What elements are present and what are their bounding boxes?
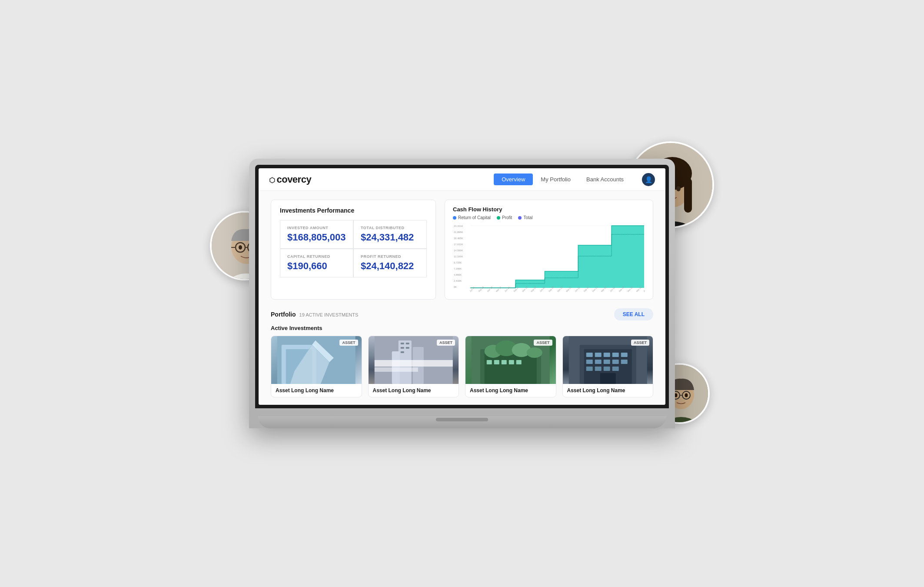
svg-rect-100	[595, 360, 601, 364]
legend-dot-roc	[453, 216, 456, 220]
chart-legend: Return of Capital Profit Total	[453, 215, 645, 220]
portfolio-subtitle: 19 ACTIVE INVESTMENTS	[299, 312, 359, 317]
svg-text:0K: 0K	[454, 286, 457, 288]
asset-name-1: Asset Long Long Name	[271, 384, 362, 397]
perf-value-invested: $168,805,003	[287, 232, 346, 243]
legend-total: Total	[518, 215, 532, 220]
svg-rect-98	[621, 353, 627, 357]
svg-text:9,733K: 9,733K	[454, 261, 462, 264]
svg-text:Jun 19: Jun 19	[504, 286, 510, 292]
tab-overview[interactable]: Overview	[494, 173, 533, 185]
perf-label-invested: INVESTED AMOUNT	[287, 226, 346, 230]
legend-profit: Profit	[497, 215, 512, 220]
investments-performance-panel: Investments Performance INVESTED AMOUNT …	[271, 200, 436, 300]
asset-card-3[interactable]: ASSET Asset Long Long Name	[465, 336, 556, 397]
nav-tabs: Overview My Portfolio Bank Accounts	[494, 173, 632, 185]
chart-title: Cash Flow History	[453, 206, 645, 213]
svg-rect-74	[400, 347, 404, 349]
screen-bezel: covercy Overview My Portfolio Bank Accou…	[255, 165, 669, 408]
svg-marker-39	[470, 226, 644, 288]
svg-rect-97	[612, 353, 618, 357]
svg-rect-102	[612, 360, 618, 364]
asset-name-2: Asset Long Long Name	[369, 384, 459, 397]
svg-rect-103	[621, 360, 627, 364]
svg-rect-94	[586, 353, 592, 357]
active-investments-label: Active Investments	[271, 325, 653, 331]
svg-rect-88	[502, 360, 507, 364]
asset-badge-4: ASSET	[631, 340, 649, 346]
top-section: Investments Performance INVESTED AMOUNT …	[271, 200, 653, 300]
tab-my-portfolio[interactable]: My Portfolio	[533, 173, 578, 185]
svg-rect-108	[600, 373, 615, 384]
chart-svg: 24,331K 21,898K 18,465K 17,032K 14,599K …	[453, 223, 645, 293]
asset-badge-2: ASSET	[437, 340, 455, 346]
svg-point-25	[685, 394, 688, 397]
svg-rect-76	[400, 351, 404, 353]
asset-card-4[interactable]: ASSET Asset Long Long Name	[562, 336, 654, 397]
svg-text:14,599K: 14,599K	[454, 249, 463, 252]
svg-rect-86	[487, 360, 492, 364]
svg-rect-5	[684, 178, 692, 213]
asset-badge-3: ASSET	[534, 340, 552, 346]
svg-rect-101	[603, 360, 610, 364]
asset-card-2[interactable]: ASSET Asset Long Long Name	[368, 336, 459, 397]
svg-rect-75	[405, 347, 409, 349]
legend-dot-profit	[497, 216, 500, 220]
svg-rect-89	[509, 360, 514, 364]
svg-rect-95	[595, 353, 601, 357]
perf-cell-distributed: TOTAL DISTRIBUTED $24,331,482	[353, 220, 427, 249]
perf-label-capital: CAPITAL RETURNED	[287, 254, 346, 259]
svg-rect-106	[603, 367, 610, 371]
laptop: covercy Overview My Portfolio Bank Accou…	[249, 159, 675, 428]
asset-name-4: Asset Long Long Name	[563, 384, 653, 397]
svg-rect-81	[485, 354, 537, 384]
asset-card-1[interactable]: ASSET Asset Long Long Name	[271, 336, 362, 397]
svg-text:7,299K: 7,299K	[454, 267, 462, 270]
perf-value-profit: $24,140,822	[361, 260, 419, 272]
svg-text:2,433K: 2,433K	[454, 280, 462, 282]
asset-badge-1: ASSET	[339, 340, 358, 346]
perf-value-distributed: $24,331,482	[361, 232, 419, 243]
legend-label-total: Total	[523, 215, 532, 220]
svg-rect-87	[494, 360, 499, 364]
svg-rect-78	[374, 367, 418, 372]
svg-text:Jun 18: Jun 18	[469, 286, 475, 292]
svg-point-85	[527, 347, 542, 358]
asset-image-3: ASSET	[465, 336, 556, 384]
svg-text:12,166K: 12,166K	[454, 255, 463, 258]
svg-text:Sep 18: Sep 18	[478, 286, 484, 293]
laptop-base	[258, 416, 666, 428]
asset-image-1: ASSET	[271, 336, 362, 384]
svg-text:18,465K: 18,465K	[454, 237, 463, 240]
chart-area: 24,331K 21,898K 18,465K 17,032K 14,599K …	[453, 223, 645, 293]
svg-text:4,866K: 4,866K	[454, 273, 462, 276]
svg-rect-73	[405, 343, 409, 344]
tab-bank-accounts[interactable]: Bank Accounts	[578, 173, 632, 185]
legend-label-roc: Return of Capital	[458, 215, 491, 220]
svg-text:17,032K: 17,032K	[454, 243, 463, 246]
svg-text:Mar 19: Mar 19	[495, 286, 502, 293]
svg-rect-96	[603, 353, 610, 357]
asset-grid: ASSET Asset Long Long Name	[271, 336, 653, 397]
perf-cell-invested: INVESTED AMOUNT $168,805,003	[280, 220, 353, 249]
portfolio-title-group: Portfolio 19 ACTIVE INVESTMENTS	[271, 311, 358, 318]
legend-roc: Return of Capital	[453, 215, 491, 220]
perf-cell-profit: PROFIT RETURNED $24,140,822	[353, 249, 427, 277]
see-all-button[interactable]: SEE ALL	[614, 308, 653, 320]
svg-rect-90	[516, 360, 522, 364]
main-content: Investments Performance INVESTED AMOUNT …	[259, 191, 665, 405]
portfolio-section: Portfolio 19 ACTIVE INVESTMENTS SEE ALL …	[271, 308, 653, 397]
svg-rect-72	[400, 343, 404, 344]
perf-label-profit: PROFIT RETURNED	[361, 254, 419, 259]
svg-text:21,898K: 21,898K	[454, 231, 463, 233]
perf-value-capital: $190,660	[287, 260, 346, 272]
legend-dot-total	[518, 216, 522, 220]
screen: covercy Overview My Portfolio Bank Accou…	[259, 168, 665, 405]
svg-text:24,331K: 24,331K	[454, 225, 463, 227]
portfolio-title: Portfolio	[271, 311, 296, 318]
perf-title: Investments Performance	[280, 207, 427, 214]
cash-flow-panel: Cash Flow History Return of Capital Prof…	[445, 200, 653, 300]
user-icon[interactable]: 👤	[642, 173, 655, 186]
svg-text:Dec 18: Dec 18	[487, 286, 493, 293]
scene: covercy Overview My Portfolio Bank Accou…	[223, 137, 701, 450]
